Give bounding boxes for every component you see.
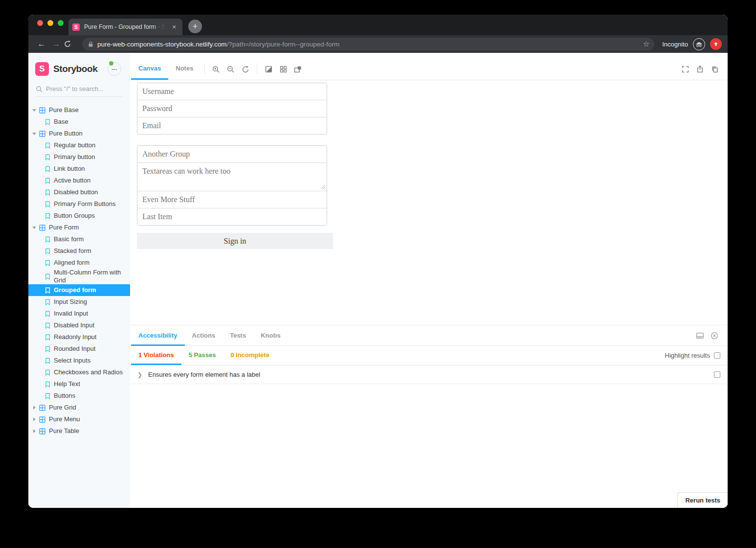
tree-item[interactable]: Select Inputs — [28, 355, 130, 366]
tree-item[interactable]: Pure Button — [28, 128, 130, 139]
violation-row[interactable]: ❯ Ensures every form element has a label — [130, 365, 728, 384]
story-bookmark-icon — [45, 322, 50, 329]
tree-item[interactable]: Input Sizing — [28, 296, 130, 308]
tree-item[interactable]: Basic form — [28, 233, 130, 245]
tree-item[interactable]: Active button — [28, 175, 130, 186]
tree-item-label: Primary Form Buttons — [54, 200, 115, 208]
zoom-window-button[interactable] — [58, 20, 64, 26]
search-input[interactable] — [46, 85, 119, 92]
close-tab-icon[interactable]: ✕ — [170, 23, 178, 31]
tree-item[interactable]: Pure Grid — [28, 402, 130, 413]
tree-item[interactable]: Pure Form — [28, 222, 130, 233]
back-button[interactable]: ← — [34, 39, 49, 49]
tree-item[interactable]: Link button — [28, 163, 130, 175]
tree-item[interactable]: Base — [28, 116, 130, 128]
sidebar-menu-button[interactable]: ••• — [108, 62, 121, 76]
tab-notes[interactable]: Notes — [168, 59, 200, 80]
close-window-button[interactable] — [37, 20, 43, 26]
tree-item[interactable]: Rounded Input — [28, 343, 130, 355]
tree-item[interactable]: Button Groups — [28, 210, 130, 222]
violations-tab[interactable]: 1 Violations — [131, 346, 181, 365]
tab-knobs[interactable]: Knobs — [253, 325, 288, 346]
lock-icon — [88, 41, 93, 47]
url-bar[interactable]: pure-web-components-storybook.netlify.co… — [82, 38, 654, 51]
tree-item-label: Primary button — [54, 153, 95, 161]
node-icon — [45, 201, 50, 207]
search-icon — [36, 86, 43, 92]
highlight-results-checkbox[interactable] — [714, 352, 720, 359]
tree-item[interactable]: Pure Table — [28, 425, 130, 437]
tree-item[interactable]: Regular button — [28, 139, 130, 151]
expander-icon — [32, 417, 39, 422]
browser-tab[interactable]: S Pure Form - Grouped form · St ✕ — [68, 19, 182, 35]
zoom-in-button[interactable] — [209, 59, 223, 80]
even-more-stuff-input[interactable] — [137, 191, 327, 208]
comments-textarea[interactable] — [137, 163, 327, 191]
violation-checkbox[interactable] — [714, 371, 720, 378]
tab-canvas[interactable]: Canvas — [131, 59, 168, 80]
tree-item[interactable]: Buttons — [28, 390, 130, 402]
tree-item-label: Regular button — [54, 141, 95, 149]
tree-item[interactable]: Disabled button — [28, 186, 130, 198]
tree-item[interactable]: Readonly Input — [28, 331, 130, 343]
tree-item[interactable]: Primary button — [28, 151, 130, 163]
tab-tests[interactable]: Tests — [222, 325, 253, 346]
expander-icon — [32, 225, 39, 230]
bookmark-star-icon[interactable]: ☆ — [643, 40, 649, 48]
violation-rule-text: Ensures every form element has a label — [148, 371, 260, 378]
password-input[interactable] — [137, 100, 327, 117]
sign-in-button[interactable]: Sign in — [137, 233, 333, 249]
expander-icon — [32, 131, 39, 136]
node-icon — [45, 213, 50, 219]
tree-item-label: Aligned form — [54, 259, 89, 267]
zoom-reset-button[interactable] — [238, 59, 253, 80]
background-toggle-button[interactable] — [261, 59, 276, 80]
viewport-button[interactable] — [290, 59, 305, 80]
reload-button[interactable] — [64, 40, 78, 48]
incomplete-tab[interactable]: 0 Incomplete — [223, 346, 276, 365]
email-input[interactable] — [137, 117, 327, 134]
zoom-out-button[interactable] — [223, 59, 238, 80]
node-icon — [39, 107, 45, 114]
last-item-input[interactable] — [137, 208, 327, 225]
tab-actions[interactable]: Actions — [185, 325, 223, 346]
extension-icon[interactable] — [710, 38, 722, 50]
rerun-tests-button[interactable]: Rerun tests — [677, 492, 728, 508]
tree-item-label: Readonly Input — [54, 333, 96, 341]
panel-position-button[interactable] — [692, 325, 707, 345]
forward-button[interactable]: → — [49, 39, 64, 49]
tree-item[interactable]: Stacked form — [28, 245, 130, 257]
new-tab-button[interactable]: + — [188, 20, 202, 33]
tree-item[interactable]: Checkboxes and Radios — [28, 366, 130, 378]
ellipsis-icon: ••• — [111, 67, 117, 71]
minimize-window-button[interactable] — [47, 20, 53, 26]
storybook-favicon: S — [72, 23, 80, 31]
resize-handle-icon[interactable] — [321, 184, 326, 189]
tree-item-label: Rounded Input — [54, 345, 95, 353]
copy-link-button[interactable] — [707, 59, 722, 80]
open-new-tab-button[interactable] — [692, 59, 707, 80]
tab-title-fade — [152, 19, 169, 35]
tree-item[interactable]: Primary Form Buttons — [28, 198, 130, 210]
tree-item[interactable]: Pure Base — [28, 104, 130, 116]
passes-tab[interactable]: 5 Passes — [181, 346, 223, 365]
username-input[interactable] — [137, 83, 327, 100]
story-bookmark-icon — [45, 287, 50, 294]
tree-item[interactable]: Pure Menu — [28, 413, 130, 425]
tree-item[interactable]: Multi-Column Form with Grid — [28, 269, 130, 284]
fullscreen-button[interactable] — [678, 59, 692, 80]
tree-item[interactable]: Invalid Input — [28, 308, 130, 320]
tab-accessibility[interactable]: Accessibility — [131, 325, 185, 346]
tree-item[interactable]: Grouped form — [28, 284, 130, 296]
node-icon — [45, 287, 50, 294]
tree-item[interactable]: Aligned form — [28, 257, 130, 269]
tree-item[interactable]: Disabled Input — [28, 320, 130, 331]
tree-item[interactable]: Help Text — [28, 378, 130, 390]
story-bookmark-icon — [45, 274, 50, 280]
another-group-input[interactable] — [137, 146, 327, 163]
story-bookmark-icon — [45, 299, 50, 305]
close-panel-button[interactable] — [707, 325, 722, 345]
grid-toggle-button[interactable] — [276, 59, 290, 80]
expander-icon — [32, 429, 39, 434]
chevron-right-icon[interactable]: ❯ — [137, 371, 142, 378]
